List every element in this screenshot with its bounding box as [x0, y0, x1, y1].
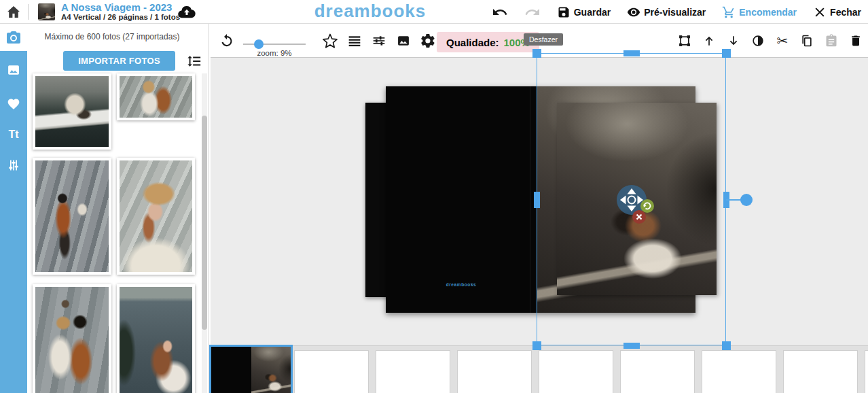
sidebar-item-layouts[interactable]: [0, 56, 27, 84]
sidebar-item-adjust[interactable]: [0, 152, 27, 179]
contrast-button[interactable]: [750, 33, 766, 49]
divider: [28, 4, 29, 20]
page-thumb-9[interactable]: [865, 350, 868, 393]
photo-thumbnail-woman-in-boat[interactable]: [33, 73, 111, 150]
object-tools: ✂: [676, 33, 864, 49]
arrow-up-icon: [702, 34, 716, 48]
page-thumb-7[interactable]: [702, 350, 776, 393]
photo-thumbnail-woman-tan-hat[interactable]: [117, 158, 195, 275]
photo-image: [120, 76, 192, 118]
send-backward-button[interactable]: [725, 33, 742, 49]
save-button[interactable]: Guardar: [557, 5, 611, 19]
page-thumb-3[interactable]: [376, 350, 450, 393]
cover-thumb-back: [211, 347, 251, 393]
zoom-slider-track[interactable]: [243, 44, 306, 45]
rotate-handle[interactable]: [740, 194, 753, 206]
page-thumb-2[interactable]: [294, 350, 369, 393]
adjust-button[interactable]: [371, 33, 387, 49]
gear-icon: [420, 33, 436, 49]
photo-image: [35, 76, 109, 147]
photo-thumbnail-woman-by-lake[interactable]: [117, 284, 195, 393]
handle-bottom-center[interactable]: [623, 343, 640, 349]
tune-icon: [372, 34, 386, 48]
photo-limit-text: Máximo de 600 fotos (27 importadas): [27, 32, 197, 41]
cover-thumb-front: [251, 347, 291, 393]
cart-icon: [722, 5, 736, 19]
rotate-icon: [219, 33, 235, 49]
image-icon: [7, 63, 20, 77]
undo-button[interactable]: [492, 4, 508, 20]
rotate-image-button[interactable]: [640, 199, 654, 213]
delete-button[interactable]: [848, 33, 864, 49]
rotate-view-button[interactable]: [219, 33, 235, 49]
project-info: A Nossa Viagem - 2023 A4 Vertical / 26 p…: [61, 1, 180, 22]
photo-thumbnail-couple-selfie[interactable]: [33, 284, 111, 393]
paste-button[interactable]: [823, 33, 839, 49]
photo-image: [120, 287, 192, 393]
sidebar-item-photos[interactable]: [0, 24, 27, 51]
zoom-slider[interactable]: zoom: 9%: [243, 29, 306, 55]
handle-top-right[interactable]: [722, 49, 731, 58]
layouts-button[interactable]: [346, 33, 363, 49]
page-thumb-cover-selected[interactable]: [209, 345, 293, 393]
import-photos-button[interactable]: IMPORTAR FOTOS: [63, 51, 175, 71]
sidebar-item-text[interactable]: Tt: [0, 121, 27, 148]
copy-icon: [800, 34, 814, 48]
paste-icon: [825, 34, 838, 48]
photo-thumbnail-couple-marble-wall[interactable]: [117, 73, 195, 120]
sort-order-icon[interactable]: [187, 54, 202, 69]
page-thumb-6[interactable]: [620, 350, 695, 393]
page-thumb-8[interactable]: [783, 350, 858, 393]
handle-middle-left[interactable]: [534, 192, 540, 208]
favorite-button[interactable]: [322, 33, 338, 49]
dreambooks-editor: A Nossa Viagem - 2023 A4 Vertical / 26 p…: [0, 0, 868, 393]
header-actions: Guardar Pré-visualizar Encomendar Fechar: [492, 0, 861, 24]
page-thumb-5[interactable]: [539, 350, 613, 393]
contrast-icon: [751, 34, 765, 48]
tune-vertical-icon: [7, 158, 20, 172]
trash-icon: [849, 34, 863, 48]
home-icon: [5, 4, 22, 20]
scrollbar-thumb[interactable]: [202, 116, 207, 330]
dreambooks-logo: dreambooks: [309, 1, 431, 22]
sidebar-item-favorites[interactable]: [0, 90, 27, 118]
save-label: Guardar: [574, 7, 611, 18]
arrow-down-icon: [727, 34, 740, 48]
copy-button[interactable]: [799, 33, 815, 49]
save-icon: [557, 5, 571, 19]
photos-panel: Máximo de 600 fotos (27 importadas) IMPO…: [27, 24, 209, 393]
settings-button[interactable]: [420, 33, 436, 49]
scissors-icon: ✂: [777, 34, 789, 48]
close-button[interactable]: Fechar: [813, 5, 861, 19]
star-icon: [322, 33, 338, 49]
project-title: A Nossa Viagem - 2023: [61, 1, 180, 13]
cut-button[interactable]: ✂: [774, 33, 791, 49]
bring-forward-button[interactable]: [701, 33, 717, 49]
close-label: Fechar: [830, 7, 861, 18]
order-button[interactable]: Encomendar: [722, 5, 797, 19]
image-fill-button[interactable]: [395, 33, 412, 49]
redo-button[interactable]: [524, 4, 541, 20]
image-move-controls[interactable]: [608, 176, 658, 226]
photo-image: [35, 287, 109, 393]
handle-top-left[interactable]: [532, 49, 541, 58]
handle-middle-right[interactable]: [723, 192, 729, 208]
home-button[interactable]: [4, 3, 23, 22]
photo-image: [120, 160, 192, 272]
page-thumb-4[interactable]: [457, 350, 532, 393]
cover-brand-text: dreambooks: [386, 282, 537, 287]
zoom-level-label: zoom: 9%: [243, 49, 306, 57]
cloud-sync-icon[interactable]: [177, 2, 197, 22]
handle-bottom-left[interactable]: [532, 341, 541, 350]
project-thumbnail: [38, 3, 55, 20]
handle-top-center[interactable]: [623, 50, 640, 56]
eye-icon: [627, 5, 640, 19]
crop-frame-icon: [678, 34, 691, 48]
project-subtitle: A4 Vertical / 26 páginas / 1 fotos: [61, 13, 180, 22]
zoom-slider-knob[interactable]: [254, 39, 264, 49]
photo-thumbnail-man-leaning-rocks[interactable]: [33, 158, 111, 275]
preview-button[interactable]: Pré-visualizar: [627, 5, 706, 19]
text-icon: Tt: [8, 129, 18, 141]
handle-bottom-right[interactable]: [722, 341, 731, 350]
crop-frame-button[interactable]: [676, 33, 693, 49]
